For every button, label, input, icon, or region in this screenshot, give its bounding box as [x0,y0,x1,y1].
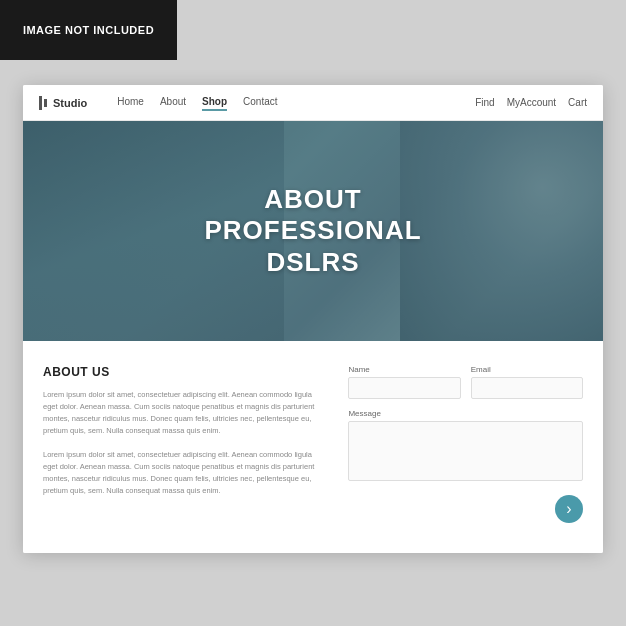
about-paragraph-2: Lorem ipsum dolor sit amet, consectetuer… [43,449,324,497]
name-label: Name [348,365,460,374]
navbar-logo: Studio [39,96,87,110]
image-not-included-badge: IMAGE NOT INCLUDED [0,0,177,60]
nav-action-myaccount[interactable]: MyAccount [507,97,556,108]
form-row-name-email: Name Email [348,365,583,399]
email-label: Email [471,365,583,374]
message-label: Message [348,409,583,418]
message-input[interactable] [348,421,583,481]
navbar-nav: Home About Shop Contact [117,96,475,109]
submit-button[interactable] [555,495,583,523]
nav-item-contact[interactable]: Contact [243,96,277,109]
nav-item-about[interactable]: About [160,96,186,109]
form-group-email: Email [471,365,583,399]
nav-item-home[interactable]: Home [117,96,144,109]
page-wrapper: Studio Home About Shop Contact Find MyAc… [23,85,603,553]
hero-text: ABOUT PROFESSIONAL DSLRS [204,184,421,278]
form-submit-row [348,495,583,523]
nav-action-find[interactable]: Find [475,97,494,108]
navbar: Studio Home About Shop Contact Find MyAc… [23,85,603,121]
navbar-actions: Find MyAccount Cart [475,97,587,108]
hero-title: ABOUT PROFESSIONAL DSLRS [204,184,421,278]
logo-bar-right [44,99,47,107]
nav-item-shop[interactable]: Shop [202,96,227,109]
form-group-name: Name [348,365,460,399]
name-input[interactable] [348,377,460,399]
email-input[interactable] [471,377,583,399]
about-heading: ABOUT US [43,365,324,379]
nav-action-cart[interactable]: Cart [568,97,587,108]
logo-text: Studio [53,97,87,109]
hero-section: ABOUT PROFESSIONAL DSLRS [23,121,603,341]
content-section: ABOUT US Lorem ipsum dolor sit amet, con… [23,341,603,553]
logo-bar-left [39,96,42,110]
about-column: ABOUT US Lorem ipsum dolor sit amet, con… [43,365,324,523]
contact-form: Name Email Message [348,365,583,523]
logo-icon [39,96,47,110]
form-group-message: Message [348,409,583,481]
about-paragraph-1: Lorem ipsum dolor sit amet, consectetuer… [43,389,324,437]
